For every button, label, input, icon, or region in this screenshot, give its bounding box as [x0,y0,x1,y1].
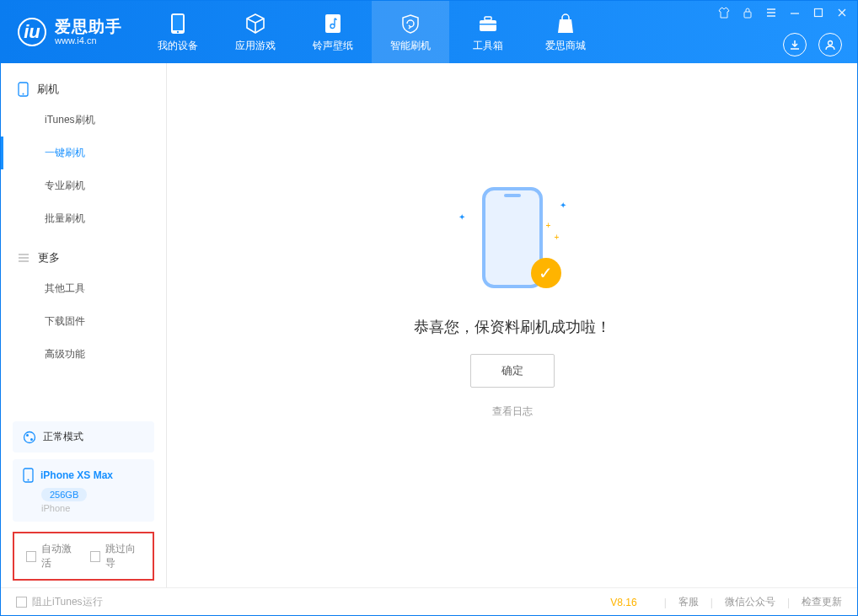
phone-outline-icon [18,82,29,97]
minimize-button[interactable] [788,6,802,19]
sidebar-item-firmware[interactable]: 下载固件 [1,305,166,338]
sparkle-icon: + [555,233,560,242]
separator: | [664,597,667,608]
success-message: 恭喜您，保资料刷机成功啦！ [414,317,611,337]
toolbox-icon [477,12,499,35]
separator: | [711,597,713,608]
tab-label: 应用游戏 [235,39,276,53]
tab-toolbox[interactable]: 工具箱 [449,1,527,63]
svg-point-16 [28,479,29,481]
menu-icon[interactable] [764,6,778,19]
mode-label: 正常模式 [43,430,83,444]
checkbox-auto-activate[interactable]: 自动激活 [26,542,77,570]
sidebar-item-advanced[interactable]: 高级功能 [1,338,166,371]
tab-label: 智能刷机 [390,39,431,53]
svg-rect-5 [485,17,491,20]
cb-label: 阻止iTunes运行 [32,595,103,609]
checkbox-box-icon [90,551,100,562]
success-illustration: ✓ ✦ ✦ + + [453,182,571,300]
device-capacity: 256GB [41,488,87,501]
header-bar: iu 爱思助手 www.i4.cn 我的设备 应用游戏 铃声壁纸 智能刷机 工具… [1,1,857,63]
footer-bar: 阻止iTunes运行 V8.16 | 客服 | 微信公众号 | 检查更新 [1,587,857,616]
tab-my-device[interactable]: 我的设备 [139,1,217,63]
cb-label: 跳过向导 [105,542,141,570]
svg-point-13 [26,434,29,437]
svg-point-9 [829,41,833,46]
group-label: 更多 [38,250,60,265]
download-icon[interactable] [783,33,807,56]
sparkle-icon: ✦ [560,201,566,210]
device-name: iPhone XS Max [40,469,113,481]
view-log-link[interactable]: 查看日志 [492,404,533,419]
tab-label: 工具箱 [473,39,503,53]
svg-rect-8 [815,9,823,17]
nav-tabs: 我的设备 应用游戏 铃声壁纸 智能刷机 工具箱 爱思商城 [139,1,604,63]
device-phone-icon [23,468,34,483]
music-note-icon [324,12,342,35]
logo-text: 爱思助手 www.i4.cn [55,19,122,46]
tab-label: 铃声壁纸 [313,39,353,53]
tab-ringtone[interactable]: 铃声壁纸 [294,1,372,63]
tab-label: 我的设备 [158,39,198,53]
tab-apps[interactable]: 应用游戏 [217,1,294,63]
sidebar-item-batch[interactable]: 批量刷机 [1,202,166,235]
sparkle-icon: ✦ [458,212,465,222]
svg-rect-6 [480,24,496,25]
sidebar: 刷机 iTunes刷机 一键刷机 专业刷机 批量刷机 更多 其他工具 下载固件 … [1,63,167,587]
footer-link-update[interactable]: 检查更新 [802,595,842,609]
list-icon [18,253,29,263]
tab-label: 爱思商城 [545,39,586,53]
device-name-row: iPhone XS Max [23,468,144,483]
checkbox-skip-guide[interactable]: 跳过向导 [90,542,141,570]
sidebar-item-other[interactable]: 其他工具 [1,272,166,305]
lock-icon[interactable] [741,6,754,19]
separator: | [787,597,790,608]
svg-point-14 [30,438,33,441]
footer-link-wechat[interactable]: 微信公众号 [725,595,775,609]
sidebar-group-flash: 刷机 [1,75,166,104]
cb-label: 自动激活 [41,542,77,570]
app-logo-icon: iu [18,18,46,46]
svg-rect-1 [173,15,183,30]
tab-flash[interactable]: 智能刷机 [372,1,449,63]
checkmark-badge-icon: ✓ [531,258,561,288]
options-row: 自动激活 跳过向导 [13,532,154,581]
sidebar-item-onekey[interactable]: 一键刷机 [1,137,166,169]
sidebar-group-more: 更多 [1,244,166,272]
user-icon[interactable] [818,33,842,56]
svg-point-2 [177,30,179,32]
app-title: 爱思助手 [55,19,122,36]
main-content: ✓ ✦ ✦ + + 恭喜您，保资料刷机成功啦！ 确定 查看日志 [167,63,857,587]
close-button[interactable] [835,6,849,19]
sparkle-icon: + [546,221,551,230]
refresh-shield-icon [400,12,421,35]
window-controls [717,6,849,19]
maximize-button[interactable] [812,6,825,19]
device-box[interactable]: iPhone XS Max 256GB iPhone [13,459,154,522]
app-subtitle: www.i4.cn [55,35,122,46]
phone-icon [170,12,185,35]
logo-section[interactable]: iu 爱思助手 www.i4.cn [1,1,139,63]
mode-box[interactable]: 正常模式 [13,421,154,453]
svg-rect-4 [480,20,496,31]
device-type: iPhone [41,503,144,513]
sidebar-item-pro[interactable]: 专业刷机 [1,169,166,202]
version-label: V8.16 [610,597,636,608]
mode-icon [23,431,36,444]
svg-point-11 [23,94,24,95]
body-area: 刷机 iTunes刷机 一键刷机 专业刷机 批量刷机 更多 其他工具 下载固件 … [1,63,857,587]
svg-point-12 [24,431,35,442]
header-right-icons [783,33,842,56]
shirt-icon[interactable] [717,6,731,19]
tab-store[interactable]: 爱思商城 [527,1,604,63]
group-label: 刷机 [37,82,59,97]
shopping-bag-icon [556,12,575,35]
checkbox-box-icon [26,551,36,562]
footer-link-kefu[interactable]: 客服 [678,595,699,609]
sidebar-item-itunes[interactable]: iTunes刷机 [1,104,166,137]
ok-button[interactable]: 确定 [470,354,555,388]
checkbox-block-itunes[interactable]: 阻止iTunes运行 [16,595,103,609]
cube-icon [244,12,266,35]
checkbox-box-icon [16,597,27,608]
footer-links: V8.16 | 客服 | 微信公众号 | 检查更新 [610,595,842,609]
